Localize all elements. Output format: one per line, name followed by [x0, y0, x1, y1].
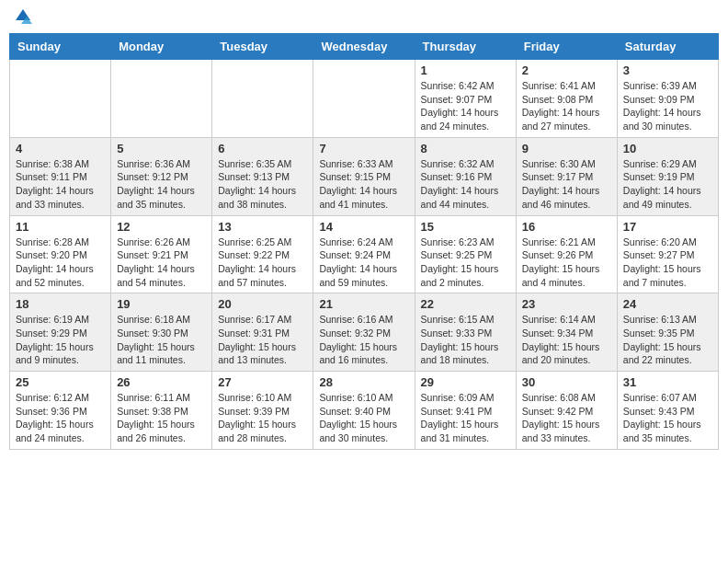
day-info: Sunrise: 6:07 AM Sunset: 9:43 PM Dayligh… [623, 391, 712, 445]
logo [13, 9, 32, 26]
day-number: 31 [623, 375, 712, 389]
day-number: 25 [16, 375, 105, 389]
day-number: 8 [421, 142, 510, 155]
day-number: 1 [421, 63, 510, 77]
day-info: Sunrise: 6:29 AM Sunset: 9:19 PM Dayligh… [623, 157, 712, 212]
weekday-header-thursday: Thursday [415, 34, 516, 60]
day-number: 22 [421, 297, 510, 311]
day-number: 2 [522, 63, 611, 77]
day-cell: 12Sunrise: 6:26 AM Sunset: 9:21 PM Dayli… [111, 215, 212, 293]
day-info: Sunrise: 6:24 AM Sunset: 9:24 PM Dayligh… [319, 236, 408, 290]
page-header [9, 9, 719, 26]
day-cell: 3Sunrise: 6:39 AM Sunset: 9:09 PM Daylig… [617, 60, 718, 138]
day-number: 4 [16, 142, 105, 155]
day-number: 30 [522, 375, 611, 389]
day-cell: 26Sunrise: 6:11 AM Sunset: 9:38 PM Dayli… [111, 372, 212, 450]
day-cell: 14Sunrise: 6:24 AM Sunset: 9:24 PM Dayli… [313, 215, 415, 293]
day-cell: 22Sunrise: 6:15 AM Sunset: 9:33 PM Dayli… [415, 293, 516, 372]
day-info: Sunrise: 6:13 AM Sunset: 9:35 PM Dayligh… [623, 313, 712, 367]
day-cell: 2Sunrise: 6:41 AM Sunset: 9:08 PM Daylig… [516, 60, 617, 138]
weekday-header-saturday: Saturday [617, 34, 718, 60]
day-number: 14 [319, 220, 408, 234]
day-number: 11 [16, 220, 105, 234]
week-row-2: 4Sunrise: 6:38 AM Sunset: 9:11 PM Daylig… [10, 137, 719, 215]
day-cell [212, 60, 313, 138]
day-cell: 17Sunrise: 6:20 AM Sunset: 9:27 PM Dayli… [617, 215, 718, 293]
day-info: Sunrise: 6:18 AM Sunset: 9:30 PM Dayligh… [117, 313, 206, 367]
day-cell: 25Sunrise: 6:12 AM Sunset: 9:36 PM Dayli… [10, 372, 111, 450]
day-info: Sunrise: 6:35 AM Sunset: 9:13 PM Dayligh… [218, 157, 307, 212]
weekday-header-monday: Monday [111, 34, 212, 60]
day-number: 21 [319, 297, 408, 311]
week-row-4: 18Sunrise: 6:19 AM Sunset: 9:29 PM Dayli… [10, 293, 719, 372]
day-info: Sunrise: 6:33 AM Sunset: 9:15 PM Dayligh… [319, 157, 408, 212]
day-cell: 23Sunrise: 6:14 AM Sunset: 9:34 PM Dayli… [516, 293, 617, 372]
day-cell: 11Sunrise: 6:28 AM Sunset: 9:20 PM Dayli… [10, 215, 111, 293]
day-info: Sunrise: 6:28 AM Sunset: 9:20 PM Dayligh… [16, 236, 105, 290]
day-cell: 30Sunrise: 6:08 AM Sunset: 9:42 PM Dayli… [516, 372, 617, 450]
day-cell: 19Sunrise: 6:18 AM Sunset: 9:30 PM Dayli… [111, 293, 212, 372]
day-number: 5 [117, 142, 206, 155]
day-number: 24 [623, 297, 712, 311]
day-info: Sunrise: 6:41 AM Sunset: 9:08 PM Dayligh… [522, 79, 611, 133]
day-info: Sunrise: 6:14 AM Sunset: 9:34 PM Dayligh… [522, 313, 611, 367]
day-cell: 7Sunrise: 6:33 AM Sunset: 9:15 PM Daylig… [313, 137, 415, 215]
day-cell: 18Sunrise: 6:19 AM Sunset: 9:29 PM Dayli… [10, 293, 111, 372]
weekday-header-sunday: Sunday [10, 34, 111, 60]
day-info: Sunrise: 6:21 AM Sunset: 9:26 PM Dayligh… [522, 236, 611, 290]
day-number: 26 [117, 375, 206, 389]
day-info: Sunrise: 6:08 AM Sunset: 9:42 PM Dayligh… [522, 391, 611, 445]
day-cell: 29Sunrise: 6:09 AM Sunset: 9:41 PM Dayli… [415, 372, 516, 450]
day-info: Sunrise: 6:17 AM Sunset: 9:31 PM Dayligh… [218, 313, 307, 367]
calendar: SundayMondayTuesdayWednesdayThursdayFrid… [9, 33, 719, 450]
day-number: 7 [319, 142, 408, 155]
day-info: Sunrise: 6:12 AM Sunset: 9:36 PM Dayligh… [16, 391, 105, 445]
day-number: 6 [218, 142, 307, 155]
day-info: Sunrise: 6:32 AM Sunset: 9:16 PM Dayligh… [421, 157, 510, 212]
day-number: 29 [421, 375, 510, 389]
day-cell: 31Sunrise: 6:07 AM Sunset: 9:43 PM Dayli… [617, 372, 718, 450]
day-info: Sunrise: 6:26 AM Sunset: 9:21 PM Dayligh… [117, 236, 206, 290]
day-number: 27 [218, 375, 307, 389]
day-cell: 6Sunrise: 6:35 AM Sunset: 9:13 PM Daylig… [212, 137, 313, 215]
day-cell [10, 60, 111, 138]
weekday-header-tuesday: Tuesday [212, 34, 313, 60]
day-cell: 1Sunrise: 6:42 AM Sunset: 9:07 PM Daylig… [415, 60, 516, 138]
day-cell: 28Sunrise: 6:10 AM Sunset: 9:40 PM Dayli… [313, 372, 415, 450]
day-info: Sunrise: 6:20 AM Sunset: 9:27 PM Dayligh… [623, 236, 712, 290]
week-row-1: 1Sunrise: 6:42 AM Sunset: 9:07 PM Daylig… [10, 60, 719, 138]
day-info: Sunrise: 6:09 AM Sunset: 9:41 PM Dayligh… [421, 391, 510, 445]
day-number: 3 [623, 63, 712, 77]
day-info: Sunrise: 6:11 AM Sunset: 9:38 PM Dayligh… [117, 391, 206, 445]
day-cell: 20Sunrise: 6:17 AM Sunset: 9:31 PM Dayli… [212, 293, 313, 372]
day-info: Sunrise: 6:30 AM Sunset: 9:17 PM Dayligh… [522, 157, 611, 212]
day-number: 19 [117, 297, 206, 311]
day-number: 23 [522, 297, 611, 311]
day-cell: 13Sunrise: 6:25 AM Sunset: 9:22 PM Dayli… [212, 215, 313, 293]
day-number: 10 [623, 142, 712, 155]
day-info: Sunrise: 6:10 AM Sunset: 9:40 PM Dayligh… [319, 391, 408, 445]
day-info: Sunrise: 6:16 AM Sunset: 9:32 PM Dayligh… [319, 313, 408, 367]
day-cell: 15Sunrise: 6:23 AM Sunset: 9:25 PM Dayli… [415, 215, 516, 293]
day-cell: 21Sunrise: 6:16 AM Sunset: 9:32 PM Dayli… [313, 293, 415, 372]
weekday-header-wednesday: Wednesday [313, 34, 415, 60]
day-number: 13 [218, 220, 307, 234]
day-number: 28 [319, 375, 408, 389]
day-number: 18 [16, 297, 105, 311]
day-number: 20 [218, 297, 307, 311]
day-info: Sunrise: 6:25 AM Sunset: 9:22 PM Dayligh… [218, 236, 307, 290]
day-number: 15 [421, 220, 510, 234]
week-row-3: 11Sunrise: 6:28 AM Sunset: 9:20 PM Dayli… [10, 215, 719, 293]
day-cell: 4Sunrise: 6:38 AM Sunset: 9:11 PM Daylig… [10, 137, 111, 215]
day-cell: 5Sunrise: 6:36 AM Sunset: 9:12 PM Daylig… [111, 137, 212, 215]
day-cell: 24Sunrise: 6:13 AM Sunset: 9:35 PM Dayli… [617, 293, 718, 372]
day-info: Sunrise: 6:42 AM Sunset: 9:07 PM Dayligh… [421, 79, 510, 133]
day-info: Sunrise: 6:38 AM Sunset: 9:11 PM Dayligh… [16, 157, 105, 212]
week-row-5: 25Sunrise: 6:12 AM Sunset: 9:36 PM Dayli… [10, 372, 719, 450]
day-cell: 27Sunrise: 6:10 AM Sunset: 9:39 PM Dayli… [212, 372, 313, 450]
day-cell: 9Sunrise: 6:30 AM Sunset: 9:17 PM Daylig… [516, 137, 617, 215]
day-info: Sunrise: 6:36 AM Sunset: 9:12 PM Dayligh… [117, 157, 206, 212]
day-number: 16 [522, 220, 611, 234]
day-info: Sunrise: 6:19 AM Sunset: 9:29 PM Dayligh… [16, 313, 105, 367]
day-cell [111, 60, 212, 138]
